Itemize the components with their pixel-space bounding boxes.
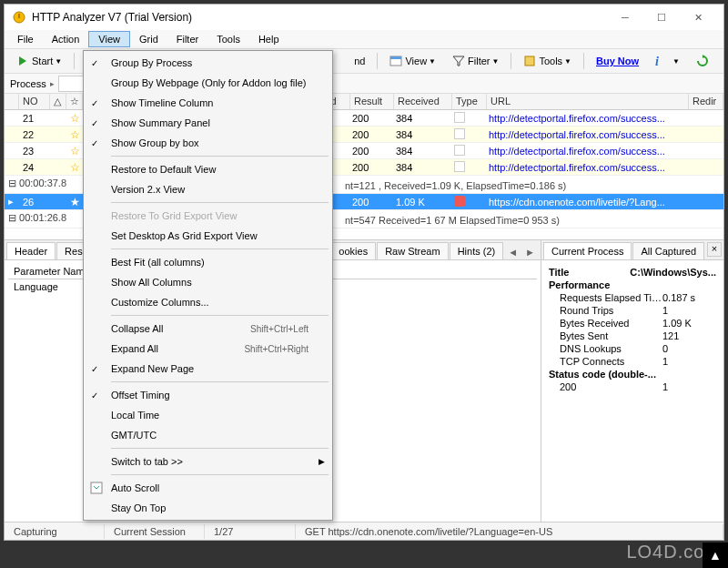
- menu-switch-tab[interactable]: Switch to tab >>▶: [86, 451, 330, 472]
- process-tabs: Current Process All Captured ×: [541, 240, 723, 260]
- performance-label: Performance: [549, 279, 662, 290]
- menu-best-fit[interactable]: Best Fit (all columns): [86, 252, 330, 272]
- refresh-button[interactable]: [690, 52, 718, 70]
- menu-collapse-all[interactable]: Collapse AllShift+Ctrl+Left: [86, 319, 330, 339]
- filter-button[interactable]: Filter▼: [446, 52, 505, 70]
- status-session: Current Session: [105, 524, 205, 539]
- menu-action[interactable]: Action: [43, 32, 89, 46]
- col-type[interactable]: Type: [452, 94, 487, 109]
- status-count: 1/27: [205, 524, 296, 539]
- title-value: C:\Windows\Sys...: [630, 267, 716, 278]
- view-icon: [389, 55, 402, 67]
- title-label: Title: [549, 267, 630, 278]
- tab-hints[interactable]: Hints (2): [450, 242, 504, 259]
- menu-filter[interactable]: Filter: [167, 32, 207, 46]
- menu-v2x[interactable]: Version 2.x View: [86, 179, 330, 199]
- tab-scroll-right[interactable]: ►: [521, 245, 539, 259]
- status-request: GET https://cdn.onenote.com/livetile/?La…: [296, 524, 723, 539]
- menu-file[interactable]: File: [8, 32, 43, 46]
- start-label: Start: [32, 56, 53, 66]
- maximize-button[interactable]: ☐: [643, 6, 680, 28]
- refresh-icon: [696, 55, 709, 67]
- tools-icon: [523, 55, 536, 67]
- process-pane: Current Process All Captured × TitleC:\W…: [541, 240, 723, 522]
- info-button[interactable]: i▼: [649, 52, 686, 70]
- svg-rect-5: [91, 482, 102, 493]
- pane-close-button[interactable]: ×: [707, 242, 722, 257]
- menu-show-timeline[interactable]: ✓Show Timeline Column: [86, 93, 330, 113]
- play-icon: [16, 55, 29, 67]
- toolbar-separator: [511, 53, 511, 69]
- menu-local-time[interactable]: Local Time: [86, 405, 330, 425]
- tab-all-captured[interactable]: All Captured: [632, 242, 704, 259]
- tab-rawstream[interactable]: Raw Stream: [377, 242, 449, 259]
- menu-offset-timing[interactable]: ✓Offset Timing: [86, 385, 330, 405]
- menu-show-summary[interactable]: ✓Show Summary Panel: [86, 113, 330, 133]
- tab-scroll-left[interactable]: ◄: [504, 245, 521, 259]
- minimize-button[interactable]: ─: [607, 6, 643, 28]
- menu-expand-all[interactable]: Expand AllShift+Ctrl+Right: [86, 339, 330, 359]
- start-button[interactable]: Start ▼: [10, 52, 68, 70]
- menu-set-export[interactable]: Set Desktop As Grid Export View: [86, 226, 330, 246]
- menu-stay-on-top[interactable]: Stay On Top: [86, 498, 330, 518]
- statusbar: Capturing Current Session 1/27 GET https…: [5, 522, 723, 540]
- toolbar-separator: [74, 53, 75, 69]
- autoscroll-icon: [89, 481, 104, 495]
- menu-gmt-utc[interactable]: GMT/UTC: [86, 425, 330, 445]
- tab-current-process[interactable]: Current Process: [543, 242, 632, 259]
- col-redir[interactable]: Redir: [689, 94, 723, 109]
- menu-auto-scroll[interactable]: Auto Scroll: [86, 478, 330, 498]
- tab-cookies[interactable]: ookies: [330, 242, 376, 259]
- star-icon[interactable]: ☆: [66, 94, 83, 109]
- svg-rect-1: [18, 14, 20, 18]
- menu-group-by-webpage[interactable]: Group By Webpage (Only for Addon log fil…: [86, 73, 330, 93]
- view-menu-dropdown: ✓Group By Process Group By Webpage (Only…: [83, 50, 333, 521]
- process-label: Process: [10, 78, 46, 89]
- menu-grid[interactable]: Grid: [130, 32, 167, 46]
- app-icon: [12, 10, 26, 25]
- status-capturing: Capturing: [5, 524, 105, 539]
- chevron-right-icon: ▸: [50, 79, 55, 88]
- col-url[interactable]: URL: [487, 94, 689, 109]
- menu-show-groupbox[interactable]: ✓Show Group by box: [86, 133, 330, 153]
- menu-view[interactable]: View: [88, 31, 130, 47]
- tools-button[interactable]: Tools▼: [517, 52, 578, 70]
- menu-expand-new[interactable]: ✓Expand New Page: [86, 359, 330, 379]
- toolbar-separator: [377, 53, 378, 69]
- find-button-partial[interactable]: nd: [348, 53, 371, 69]
- menu-help[interactable]: Help: [249, 32, 288, 46]
- dropdown-arrow-icon: ▼: [55, 57, 62, 66]
- menu-show-all-cols[interactable]: Show All Columns: [86, 272, 330, 292]
- menu-group-by-process[interactable]: ✓Group By Process: [86, 53, 330, 73]
- window-title: HTTP Analyzer V7 (Trial Version): [32, 11, 607, 24]
- menu-restore-export: Restore To Grid Export View: [86, 206, 330, 226]
- corner-icon: ▲: [703, 543, 728, 568]
- close-button[interactable]: ✕: [680, 6, 716, 28]
- menu-customize-cols[interactable]: Customize Columns...: [86, 292, 330, 312]
- buynow-link[interactable]: Buy Now: [590, 53, 645, 69]
- svg-rect-3: [390, 56, 401, 59]
- menu-tools[interactable]: Tools: [207, 32, 249, 46]
- view-button[interactable]: View▼: [383, 52, 442, 70]
- col-no[interactable]: NO: [19, 94, 50, 109]
- toolbar-separator: [583, 53, 584, 69]
- tab-header[interactable]: Header: [6, 242, 56, 259]
- menubar: File Action View Grid Filter Tools Help: [5, 30, 723, 48]
- col-received[interactable]: Received: [394, 94, 452, 109]
- app-window: HTTP Analyzer V7 (Trial Version) ─ ☐ ✕ F…: [4, 4, 724, 541]
- menu-restore-default[interactable]: Restore to Default View: [86, 159, 330, 179]
- svg-rect-4: [525, 56, 534, 66]
- col-result[interactable]: Result: [350, 94, 394, 109]
- titlebar: HTTP Analyzer V7 (Trial Version) ─ ☐ ✕: [5, 5, 723, 30]
- info-icon: i: [655, 55, 668, 67]
- filter-icon: [452, 55, 465, 67]
